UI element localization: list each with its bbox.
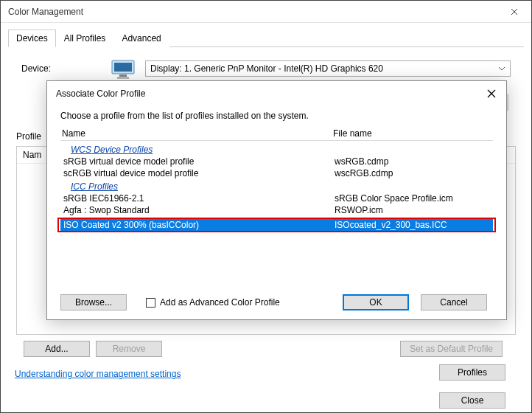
profile-file: wscRGB.cdmp bbox=[335, 168, 493, 178]
window-close-button[interactable] bbox=[497, 1, 531, 23]
profile-name: ISO Coated v2 300% (basICColor) bbox=[62, 220, 335, 230]
column-filename[interactable]: File name bbox=[333, 128, 493, 139]
profile-row[interactable]: scRGB virtual device model profile wscRG… bbox=[60, 167, 493, 179]
group-wcs: WCS Device Profiles bbox=[60, 142, 493, 156]
tab-advanced[interactable]: Advanced bbox=[113, 30, 169, 47]
profile-name: sRGB IEC61966-2.1 bbox=[62, 193, 335, 204]
profile-file: sRGB Color Space Profile.icm bbox=[335, 193, 493, 204]
svg-rect-3 bbox=[117, 77, 129, 79]
profiles-button[interactable]: Profiles bbox=[439, 364, 505, 381]
profile-row[interactable]: Agfa : Swop Standard RSWOP.icm bbox=[60, 204, 493, 216]
profile-row[interactable]: sRGB IEC61966-2.1 sRGB Color Space Profi… bbox=[60, 192, 493, 204]
column-name[interactable]: Name bbox=[60, 128, 333, 139]
profile-name: sRGB virtual device model profile bbox=[62, 156, 335, 167]
titlebar: Color Management bbox=[1, 1, 531, 23]
device-row: Device: Display: 1. Generic PnP Monitor … bbox=[1, 47, 531, 80]
profile-name: Agfa : Swop Standard bbox=[62, 205, 335, 215]
svg-rect-2 bbox=[119, 74, 127, 77]
profile-row[interactable]: sRGB virtual device model profile wsRGB.… bbox=[60, 156, 493, 167]
ok-button[interactable]: OK bbox=[343, 294, 409, 310]
device-select-value: Display: 1. Generic PnP Monitor - Intel(… bbox=[150, 63, 383, 74]
browse-button[interactable]: Browse... bbox=[60, 294, 127, 310]
profiles-section-label: Profile bbox=[16, 131, 41, 142]
associate-color-profile-dialog: Associate Color Profile Choose a profile… bbox=[46, 80, 507, 320]
dialog-titlebar: Associate Color Profile bbox=[47, 81, 506, 106]
help-link[interactable]: Understanding color management settings bbox=[15, 369, 181, 379]
profile-name: scRGB virtual device model profile bbox=[62, 168, 335, 178]
device-select[interactable]: Display: 1. Generic PnP Monitor - Intel(… bbox=[145, 60, 511, 77]
svg-rect-1 bbox=[114, 63, 132, 72]
dialog-title: Associate Color Profile bbox=[56, 88, 145, 99]
close-button[interactable]: Close bbox=[439, 392, 505, 409]
window-title: Color Management bbox=[8, 7, 83, 17]
chevron-down-icon bbox=[498, 66, 505, 71]
monitor-icon bbox=[110, 58, 136, 80]
profile-list-header: Name File name bbox=[60, 127, 493, 140]
tab-all-profiles[interactable]: All Profiles bbox=[56, 30, 114, 47]
set-default-button: Set as Default Profile bbox=[400, 341, 503, 357]
dialog-instruction: Choose a profile from the list of profil… bbox=[60, 111, 493, 121]
add-advanced-checkbox[interactable] bbox=[146, 298, 155, 308]
profile-file: RSWOP.icm bbox=[335, 205, 493, 215]
device-label: Device: bbox=[21, 63, 110, 74]
add-advanced-label: Add as Advanced Color Profile bbox=[160, 297, 280, 308]
profile-file: wsRGB.cdmp bbox=[335, 156, 493, 167]
highlight-annotation: ISO Coated v2 300% (basICColor) ISOcoate… bbox=[57, 218, 496, 232]
dialog-close-button[interactable] bbox=[483, 85, 500, 103]
remove-button: Remove bbox=[96, 341, 162, 357]
profile-file: ISOcoated_v2_300_bas.ICC bbox=[335, 220, 493, 230]
add-button[interactable]: Add... bbox=[24, 341, 90, 357]
tab-strip: Devices All Profiles Advanced bbox=[1, 23, 531, 46]
cancel-button[interactable]: Cancel bbox=[421, 294, 487, 310]
tab-devices[interactable]: Devices bbox=[8, 30, 56, 47]
profile-row-selected[interactable]: ISO Coated v2 300% (basICColor) ISOcoate… bbox=[60, 219, 493, 231]
group-icc: ICC Profiles bbox=[60, 179, 493, 192]
